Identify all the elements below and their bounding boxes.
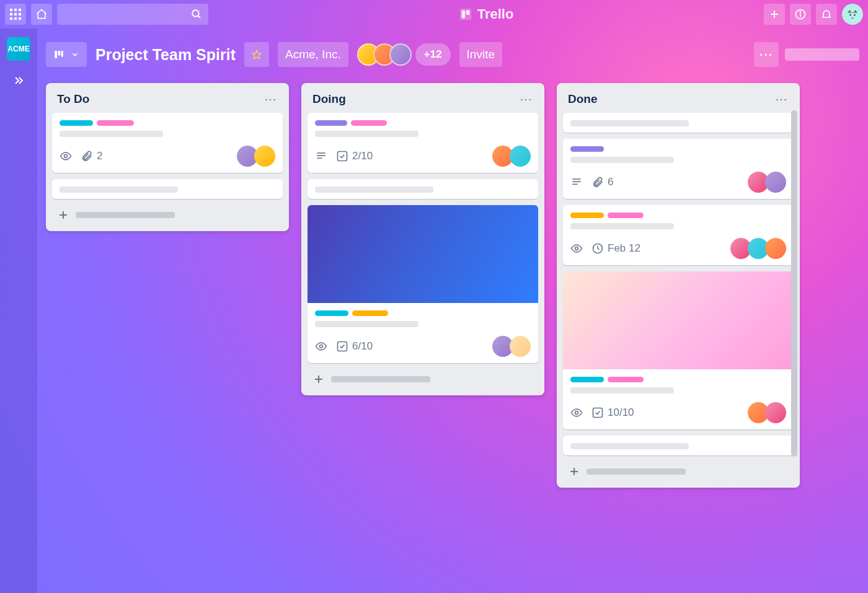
svg-rect-23 — [58, 51, 61, 56]
card-labels[interactable] — [570, 213, 786, 218]
checklist-badge: 10/10 — [591, 406, 634, 419]
watch-icon — [570, 406, 583, 419]
checklist-badge: 6/10 — [336, 340, 373, 353]
home-button[interactable] — [31, 4, 52, 25]
card-label[interactable] — [315, 310, 348, 316]
card-labels[interactable] — [315, 310, 531, 316]
bell-icon — [820, 8, 833, 20]
svg-rect-7 — [14, 17, 17, 20]
list-menu-button[interactable]: ⋯ — [775, 92, 789, 107]
list-scrollbar[interactable] — [791, 110, 797, 457]
due-date-badge: Feb 12 — [591, 242, 640, 255]
card[interactable] — [52, 179, 283, 199]
member-avatar[interactable] — [389, 43, 412, 66]
apps-button[interactable] — [5, 4, 26, 25]
profile-avatar[interactable] — [842, 4, 863, 25]
card-labels[interactable] — [315, 120, 531, 126]
svg-line-10 — [198, 15, 200, 18]
card-label[interactable] — [608, 213, 644, 218]
card[interactable]: 2 — [52, 113, 283, 173]
card-member-avatar[interactable] — [765, 172, 786, 193]
card-label[interactable] — [60, 120, 93, 126]
card-member-avatar[interactable] — [765, 238, 786, 259]
workspace-tile[interactable]: ACME — [7, 37, 30, 61]
home-icon — [35, 8, 48, 20]
app-name: Trello — [477, 6, 514, 22]
checklist-icon — [591, 406, 604, 419]
description-badge — [315, 150, 327, 162]
plus-icon — [57, 209, 69, 221]
board-title[interactable]: Project Team Spirit — [95, 46, 236, 64]
card[interactable]: 6 — [563, 139, 794, 199]
card[interactable]: 10/10 — [563, 271, 794, 429]
notifications-button[interactable] — [816, 4, 837, 25]
card-labels[interactable] — [570, 146, 786, 152]
board-canvas[interactable]: To Do ⋯ 2 Doing ⋯ 2/106/10 Done ⋯ 6Feb 1… — [37, 78, 868, 593]
card-title-placeholder — [570, 223, 674, 229]
watch-badge — [570, 242, 583, 255]
card[interactable]: 6/10 — [308, 205, 538, 363]
list-menu-button[interactable]: ⋯ — [264, 92, 278, 107]
card-label[interactable] — [570, 213, 604, 218]
svg-rect-43 — [593, 408, 603, 418]
card-label[interactable] — [608, 377, 644, 382]
add-card-button[interactable] — [563, 462, 794, 481]
card-labels[interactable] — [60, 120, 275, 126]
list-title[interactable]: To Do — [57, 92, 89, 106]
card-member-avatar[interactable] — [510, 336, 531, 357]
svg-point-40 — [575, 247, 578, 250]
workspace-rail: ACME — [0, 29, 37, 593]
card-members — [237, 146, 275, 167]
svg-rect-12 — [461, 11, 465, 19]
watch-icon — [315, 340, 327, 353]
svg-marker-25 — [252, 50, 260, 58]
board-switcher[interactable] — [46, 42, 87, 67]
card[interactable] — [563, 436, 794, 455]
svg-rect-2 — [19, 9, 21, 11]
attachment-icon — [81, 150, 93, 162]
list-title[interactable]: Done — [568, 92, 598, 106]
board-members[interactable]: +12 — [357, 43, 451, 66]
card-member-avatar[interactable] — [510, 146, 531, 167]
list-title[interactable]: Doing — [312, 92, 346, 106]
checklist-badge: 2/10 — [336, 150, 373, 162]
card-label[interactable] — [352, 310, 388, 316]
attachment-icon — [591, 176, 604, 188]
card-label[interactable] — [97, 120, 134, 126]
plus-icon — [568, 465, 580, 478]
create-button[interactable] — [764, 4, 785, 25]
card-cover — [308, 205, 538, 303]
due-date-icon — [591, 242, 604, 255]
description-icon — [570, 176, 583, 188]
card-member-avatar[interactable] — [765, 402, 786, 423]
board-menu-button[interactable]: ⋯ — [754, 42, 779, 67]
card[interactable]: 2/10 — [308, 113, 538, 173]
board-header: Project Team Spirit Acme, Inc. +12 Invit… — [37, 37, 868, 72]
expand-rail-button[interactable] — [12, 74, 25, 87]
svg-point-33 — [320, 345, 323, 348]
card-label[interactable] — [570, 377, 604, 382]
invite-button[interactable]: Invite — [459, 42, 502, 67]
add-card-button[interactable] — [52, 205, 283, 225]
list-menu-button[interactable]: ⋯ — [520, 92, 533, 107]
info-button[interactable] — [790, 4, 811, 25]
team-name[interactable]: Acme, Inc. — [278, 42, 348, 67]
card[interactable] — [308, 179, 538, 199]
avatar-icon — [844, 6, 861, 23]
svg-rect-24 — [61, 51, 63, 57]
more-members[interactable]: +12 — [415, 43, 451, 66]
card-label[interactable] — [570, 146, 604, 152]
app-logo: Trello — [213, 6, 759, 22]
card[interactable]: Feb 12 — [563, 205, 794, 265]
top-bar: Trello — [0, 0, 868, 29]
card[interactable] — [563, 113, 794, 133]
card-labels[interactable] — [570, 377, 786, 382]
card-members — [492, 146, 531, 167]
add-card-button[interactable] — [308, 369, 538, 389]
star-button[interactable] — [244, 42, 269, 67]
card-member-avatar[interactable] — [254, 146, 275, 167]
card-label[interactable] — [315, 120, 347, 126]
search-input[interactable] — [57, 4, 208, 25]
card-label[interactable] — [351, 120, 387, 126]
show-menu-button[interactable] — [785, 48, 859, 61]
